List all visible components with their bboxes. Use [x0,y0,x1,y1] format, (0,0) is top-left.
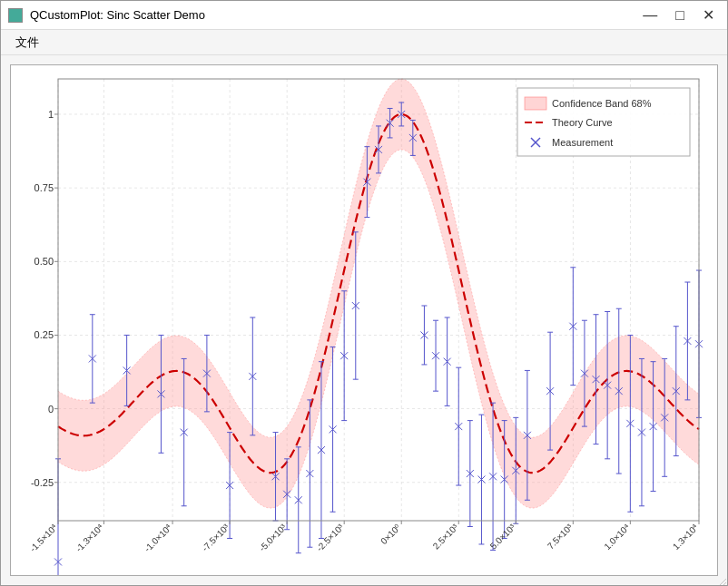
close-button[interactable]: ✕ [697,6,720,24]
main-window: QCustomPlot: Sinc Scatter Demo — □ ✕ 文件 [0,0,728,586]
resize-handle[interactable] [715,573,726,584]
menu-item-file[interactable]: 文件 [8,31,46,54]
svg-line-1 [723,582,726,586]
svg-line-0 [719,579,726,586]
minimize-button[interactable]: — [637,6,663,24]
menu-bar: 文件 [1,30,727,55]
title-buttons: — □ ✕ [637,6,720,24]
maximize-button[interactable]: □ [670,6,690,24]
app-icon [8,8,23,23]
window-title: QCustomPlot: Sinc Scatter Demo [30,8,205,22]
title-bar: QCustomPlot: Sinc Scatter Demo — □ ✕ [1,1,727,30]
plot-container [1,55,727,585]
plot-area [10,64,718,576]
resize-icon [715,575,726,586]
title-left: QCustomPlot: Sinc Scatter Demo [8,8,205,23]
plot-canvas [11,65,717,575]
